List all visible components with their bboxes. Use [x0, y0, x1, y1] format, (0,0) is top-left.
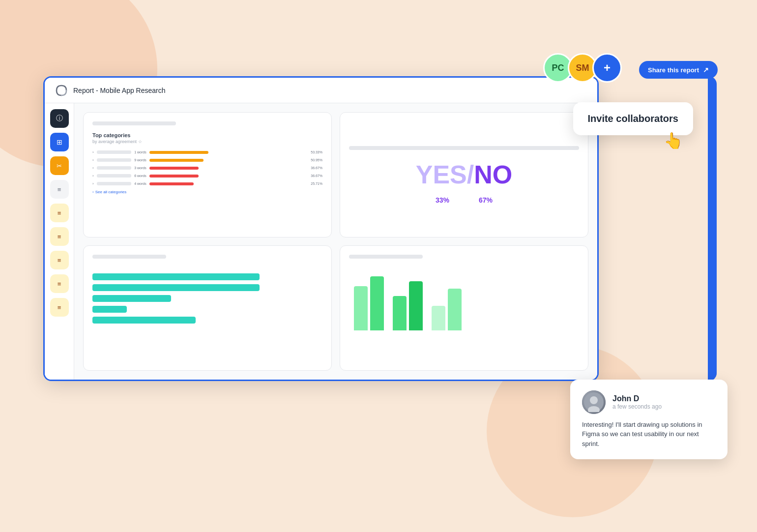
category-count-3: 3 words [134, 166, 146, 170]
category-name-2 [97, 158, 131, 162]
avatar-add[interactable]: + [592, 53, 622, 83]
col-bar-1b [370, 276, 384, 330]
col-bar-3b [448, 289, 462, 330]
app-logo: Report - Mobile App Research [55, 84, 587, 97]
sidebar-item-list6[interactable]: ≡ [50, 298, 69, 317]
share-icon: ↗ [703, 66, 709, 74]
col-bar-1a [354, 286, 368, 330]
col-chart-header-bar [349, 255, 423, 259]
chevron-icon-2: › [92, 158, 94, 162]
avatar-sm-initials: SM [576, 63, 589, 73]
avatar-svg [584, 392, 604, 412]
category-bar-5 [149, 182, 194, 185]
slash-text: / [467, 160, 474, 189]
sidebar-item-cut[interactable]: ✂ [50, 156, 69, 175]
app-window: Report - Mobile App Research ⓘ ⊞ ✂ ≡ ≡ ≡ [43, 76, 599, 381]
category-bar-2 [149, 159, 204, 162]
comment-avatar-face [582, 390, 606, 414]
sidebar-item-info[interactable]: ⓘ [50, 109, 69, 128]
invite-tooltip-text: Invite collaborators [588, 113, 679, 124]
top-categories-title: Top categories [92, 132, 322, 138]
list1-icon: ≡ [58, 186, 61, 193]
sidebar-item-list2[interactable]: ≡ [50, 204, 69, 222]
category-count-2: 9 words [134, 158, 146, 162]
columns-container [349, 266, 579, 330]
column-chart-card [340, 245, 588, 371]
collaborators-group: PC SM + [543, 53, 622, 83]
category-row-3: › 3 words 36.67% [92, 166, 322, 170]
category-bar-3 [149, 167, 199, 170]
comment-header: John D a few seconds ago [582, 390, 716, 414]
col-group-1 [354, 276, 384, 330]
category-bar-4 [149, 175, 199, 177]
yes-no-display: YES / NO [416, 160, 513, 189]
category-count-4: 6 words [134, 174, 146, 177]
sidebar-item-list4[interactable]: ≡ [50, 251, 69, 269]
chevron-icon-4: › [92, 174, 94, 178]
see-all-link[interactable]: › See all categories [92, 190, 322, 194]
h-bar-4 [92, 306, 127, 313]
sidebar-item-list5[interactable]: ≡ [50, 274, 69, 293]
category-bar-1 [149, 151, 208, 154]
category-percent-5: 25.71% [311, 182, 322, 185]
category-percent-2: 50.95% [311, 158, 322, 162]
share-button[interactable]: Share this report ↗ [639, 61, 718, 79]
chevron-icon-3: › [92, 166, 94, 170]
horizontal-bar-card [83, 245, 332, 371]
bar-container-1 [149, 151, 308, 154]
category-percent-3: 36.67% [311, 166, 322, 170]
yes-no-header-bar [349, 146, 579, 150]
sidebar-item-list3[interactable]: ≡ [50, 227, 69, 246]
svg-point-1 [590, 396, 598, 404]
chevron-icon-5: › [92, 181, 94, 186]
sidebar: ⓘ ⊞ ✂ ≡ ≡ ≡ ≡ ≡ ≡ [45, 103, 74, 380]
bar-container-5 [149, 182, 308, 185]
no-stat: 67% [479, 196, 493, 204]
yes-no-stats: 33% 67% [436, 196, 493, 204]
category-row-2: › 9 words 50.95% [92, 158, 322, 162]
comment-text: Interesting! I'll start drawing up solut… [582, 420, 716, 449]
bar-container-3 [149, 167, 308, 170]
list5-icon: ≡ [58, 280, 61, 288]
app-body: ⓘ ⊞ ✂ ≡ ≡ ≡ ≡ ≡ ≡ [45, 103, 597, 380]
col-group-2 [393, 281, 423, 330]
sidebar-item-grid[interactable]: ⊞ [50, 133, 69, 151]
category-row-5: › 4 words 25.71% [92, 181, 322, 186]
no-text: NO [474, 160, 512, 189]
category-percent-4: 36.67% [311, 174, 322, 177]
app-title: Report - Mobile App Research [73, 87, 166, 94]
avatar-pc-initials: PC [552, 63, 564, 73]
cursor-hand-icon: 👆 [664, 131, 683, 150]
col-bar-2b [409, 281, 423, 330]
category-name-1 [97, 150, 131, 154]
comment-author: John D [612, 394, 662, 403]
col-group-3 [432, 289, 462, 330]
list3-icon: ≡ [58, 233, 61, 240]
info-icon: ⓘ [56, 114, 63, 123]
category-count-5: 4 words [134, 182, 146, 185]
category-row-4: › 6 words 36.67% [92, 174, 322, 178]
category-name-5 [97, 182, 131, 185]
chevron-icon-1: › [92, 150, 94, 154]
comment-card: John D a few seconds ago Interesting! I'… [570, 380, 728, 460]
yes-stat: 33% [436, 196, 449, 204]
top-categories-card: Top categories by average agreement ☆ › … [83, 112, 332, 237]
list6-icon: ≡ [58, 304, 61, 311]
sidebar-item-list1[interactable]: ≡ [50, 180, 69, 199]
grid-icon: ⊞ [57, 138, 62, 146]
category-count-1: 1 words [134, 150, 146, 154]
list4-icon: ≡ [58, 257, 61, 264]
col-bar-2a [393, 296, 407, 330]
category-header-bar [92, 121, 176, 125]
main-content: Top categories by average agreement ☆ › … [74, 103, 597, 380]
see-all-label: See all categories [95, 190, 127, 194]
no-percent: 67% [479, 196, 493, 204]
h-bar-5 [92, 317, 196, 324]
h-bar-3 [92, 295, 171, 302]
category-name-3 [97, 166, 131, 170]
yes-text: YES [416, 160, 467, 189]
invite-tooltip: Invite collaborators 👆 [573, 102, 694, 135]
list2-icon: ≡ [58, 209, 61, 217]
h-bar-2 [92, 284, 260, 291]
avatar-add-icon: + [604, 61, 611, 75]
